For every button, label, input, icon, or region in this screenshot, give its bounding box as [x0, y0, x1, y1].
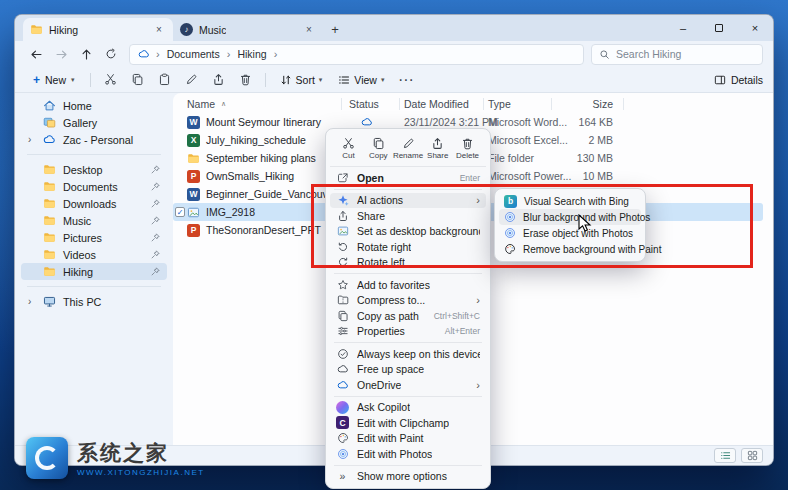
menu-item-compress-to[interactable]: Compress to...› [330, 293, 486, 309]
watermark-logo-icon [26, 437, 68, 479]
gallery-icon [43, 116, 56, 129]
column-header-size[interactable]: Size [579, 95, 613, 113]
maximize-button[interactable] [701, 15, 737, 41]
paste-button[interactable] [152, 69, 177, 91]
menu-item-share[interactable]: Share [330, 208, 486, 224]
column-header-type[interactable]: Type [488, 95, 511, 113]
forward-button[interactable] [50, 43, 72, 65]
cut-button[interactable] [98, 69, 123, 91]
sort-label: Sort [296, 74, 315, 86]
sidebar-item-pictures[interactable]: Pictures [21, 229, 167, 246]
divider [90, 73, 91, 87]
copy-button[interactable]: Copy [364, 135, 393, 162]
details-pane-button[interactable]: Details [714, 74, 763, 86]
delete-button[interactable]: Delete [453, 135, 482, 162]
share-button[interactable]: Share [423, 135, 452, 162]
zip-icon [337, 294, 349, 306]
menu-item-copy-as-path[interactable]: Copy as pathCtrl+Shift+C [330, 308, 486, 324]
menu-item-always-keep-on-device[interactable]: Always keep on this device [330, 346, 486, 362]
sidebar-item-label: Documents [63, 181, 118, 193]
sidebar: Home Gallery › Zac - Personal Desktop [15, 93, 173, 445]
file-name: September hiking plans [206, 152, 316, 164]
menu-item-properties[interactable]: PropertiesAlt+Enter [330, 324, 486, 340]
up-button[interactable] [75, 43, 97, 65]
watermark-title: 系统之家 [77, 439, 205, 467]
menu-item-show-more-options[interactable]: »Show more options [330, 469, 486, 485]
chevron-right-icon[interactable]: › [28, 296, 31, 307]
share-button[interactable] [206, 69, 231, 91]
divider [334, 342, 482, 343]
tab-hiking[interactable]: Hiking × [23, 18, 173, 41]
menu-item-onedrive[interactable]: OneDrive› [330, 377, 486, 393]
search-input[interactable] [616, 48, 755, 60]
column-header-name[interactable]: Name∧ [187, 95, 345, 113]
rename-button[interactable]: Rename [394, 135, 423, 162]
search-icon [599, 49, 610, 60]
menu-item-rotate-left[interactable]: Rotate left [330, 255, 486, 271]
thumbnail-view-toggle[interactable] [741, 448, 763, 463]
close-button[interactable]: × [737, 15, 773, 41]
more-options-button[interactable]: ··· [393, 69, 418, 91]
rename-button[interactable] [179, 69, 204, 91]
sidebar-item-hiking[interactable]: Hiking [21, 263, 167, 280]
menu-item-set-as-desktop-background[interactable]: Set as desktop background [330, 224, 486, 240]
close-tab-icon[interactable]: × [302, 24, 316, 35]
sidebar-item-downloads[interactable]: Downloads [21, 195, 167, 212]
sidebar-item-label: Hiking [63, 266, 93, 278]
menu-item-rotate-right[interactable]: Rotate right [330, 239, 486, 255]
details-view-toggle[interactable] [714, 448, 736, 463]
menu-item-free-up-space[interactable]: Free up space [330, 362, 486, 378]
sidebar-item-onedrive[interactable]: › Zac - Personal [21, 131, 167, 148]
menu-item-edit-with-paint[interactable]: Edit with Paint [330, 431, 486, 447]
submenu-item-remove-background-paint[interactable]: Remove background with Paint [499, 241, 641, 257]
sidebar-item-documents[interactable]: Documents [21, 178, 167, 195]
minimize-button[interactable]: – [665, 15, 701, 41]
sort-button[interactable]: Sort ▾ [273, 69, 330, 91]
menu-item-add-to-favorites[interactable]: Add to favorites [330, 277, 486, 293]
menu-item-open[interactable]: OpenEnter [330, 170, 486, 186]
submenu-item-erase-object-photos[interactable]: Erase object with Photos [499, 225, 641, 241]
tab-bar: Hiking × ♪ Music × + – × [15, 15, 773, 41]
delete-button[interactable] [233, 69, 258, 91]
back-button[interactable] [25, 43, 47, 65]
new-button[interactable]: + New ▾ [25, 69, 83, 91]
mouse-cursor [578, 214, 592, 234]
close-tab-icon[interactable]: × [152, 24, 166, 35]
submenu-item-visual-search-bing[interactable]: bVisual Search with Bing [499, 193, 641, 209]
rotate-right-icon [337, 241, 349, 253]
search-box[interactable] [591, 44, 763, 65]
menu-item-ask-copilot[interactable]: Ask Copilot [330, 400, 486, 416]
menu-item-edit-with-photos[interactable]: Edit with Photos [330, 446, 486, 462]
onedrive-icon [43, 133, 56, 146]
copy-button[interactable] [125, 69, 150, 91]
chevron-right-icon[interactable]: › [28, 134, 31, 145]
sidebar-item-desktop[interactable]: Desktop [21, 161, 167, 178]
menu-item-ai-actions[interactable]: AI actions› [330, 193, 486, 209]
menu-item-edit-with-clipchamp[interactable]: CEdit with Clipchamp [330, 415, 486, 431]
row-checkbox[interactable]: ✓ [175, 207, 185, 217]
divider [265, 73, 266, 87]
sidebar-item-music[interactable]: Music [21, 212, 167, 229]
submenu-item-blur-background-photos[interactable]: Blur background with Photos [499, 209, 641, 225]
column-header-date-modified[interactable]: Date Modified [404, 95, 469, 113]
check-circle-icon [337, 348, 349, 360]
watermark-subtitle: WWW.XITONGZHIJIA.NET [77, 468, 205, 477]
cut-button[interactable]: Cut [334, 135, 363, 162]
view-button[interactable]: View ▾ [331, 69, 391, 91]
breadcrumb-hiking[interactable]: Hiking [236, 48, 267, 60]
column-header-status[interactable]: Status [349, 95, 379, 113]
refresh-button[interactable] [100, 43, 122, 65]
cut-icon [104, 73, 117, 86]
breadcrumb-documents[interactable]: Documents [166, 48, 221, 60]
sidebar-item-home[interactable]: Home [21, 97, 167, 114]
sidebar-item-gallery[interactable]: Gallery [21, 114, 167, 131]
more-options-icon: » [336, 470, 349, 482]
sidebar-item-this-pc[interactable]: › This PC [21, 293, 167, 310]
sidebar-item-videos[interactable]: Videos [21, 246, 167, 263]
new-tab-button[interactable]: + [323, 18, 347, 41]
tab-music[interactable]: ♪ Music × [173, 18, 323, 41]
breadcrumb[interactable]: › Documents › Hiking › [129, 44, 584, 65]
chevron-down-icon: ▾ [319, 76, 323, 84]
chevron-down-icon: ▾ [381, 76, 385, 84]
sidebar-item-label: Desktop [63, 164, 103, 176]
